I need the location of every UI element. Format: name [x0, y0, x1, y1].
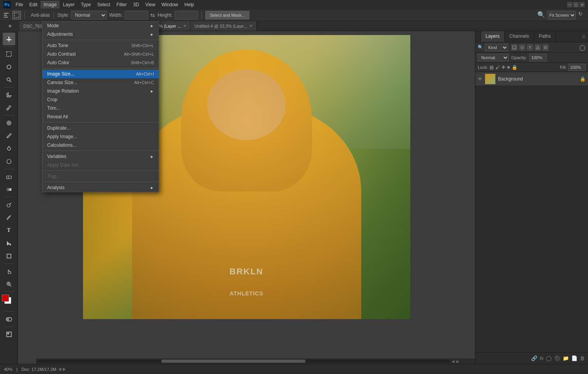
menu-item-mode[interactable]: Mode ► [42, 21, 159, 30]
close-btn[interactable]: ✕ [579, 2, 585, 7]
pen-tool[interactable] [3, 211, 15, 224]
path-selection-tool[interactable] [3, 237, 15, 249]
scrollbar-thumb-h[interactable] [161, 360, 306, 363]
add-mask-icon[interactable]: ◯ [546, 355, 552, 361]
new-group-icon[interactable]: 📁 [563, 355, 569, 361]
view-select[interactable]: Fit Screen [547, 11, 576, 19]
tab-layers[interactable]: Layers [481, 31, 505, 42]
menu-item-image-rotation[interactable]: Image Rotation ► [42, 87, 159, 95]
status-nav-next[interactable]: ▶ [63, 367, 66, 372]
lock-image-icon[interactable]: 🖌 [495, 65, 500, 70]
tab-3-close[interactable]: ✕ [249, 24, 253, 28]
filter-smart-icon[interactable] [542, 44, 549, 51]
menu-item-apply-image[interactable]: Apply Image... [42, 132, 159, 141]
menu-image[interactable]: Image [41, 1, 60, 9]
menu-item-auto-contrast[interactable]: Auto Contrast Alt+Shift+Ctrl+L [42, 50, 159, 58]
layers-filter-toggle[interactable]: ◯ [579, 44, 586, 51]
crop-tool[interactable] [3, 89, 15, 101]
history-brush-tool[interactable] [3, 155, 15, 168]
blend-mode-select[interactable]: Normal Dissolve Multiply Screen Overlay [478, 54, 509, 61]
doc-info-container[interactable]: Doc: 17.2M/17.2M ◀ ▶ [21, 367, 66, 372]
menu-item-duplicate[interactable]: Duplicate... [42, 124, 159, 132]
new-layer-icon[interactable]: 📄 [571, 355, 577, 361]
canvas-scrollbar-h[interactable]: ◀ ▶ [36, 358, 475, 364]
fg-color-swatch[interactable] [2, 295, 9, 302]
tab-3[interactable]: Untitled-4 @ 33,3% (Laye... ✕ [191, 21, 257, 31]
lasso-tool[interactable] [3, 61, 15, 73]
menu-layer[interactable]: Layer [60, 1, 78, 9]
tab-paths[interactable]: Paths [534, 31, 556, 42]
opacity-input[interactable] [529, 54, 547, 61]
link-layers-icon[interactable]: 🔗 [531, 355, 537, 361]
filter-pixel-icon[interactable] [511, 44, 517, 51]
lock-artboard-icon[interactable]: ■ [507, 65, 510, 70]
menu-help[interactable]: Help [181, 1, 197, 9]
tab-channels[interactable]: Channels [505, 31, 534, 42]
text-tool[interactable]: T [3, 224, 15, 237]
tab-2-close[interactable]: ✕ [183, 24, 186, 28]
marquee-tool[interactable] [3, 48, 15, 60]
fx-icon[interactable]: fx [540, 355, 544, 361]
filter-type-icon[interactable]: T [527, 44, 533, 51]
menu-item-auto-color[interactable]: Auto Color Shift+Ctrl+B [42, 58, 159, 67]
scroll-left-btn[interactable]: ◀ [452, 359, 455, 363]
quick-select-tool[interactable] [3, 74, 15, 86]
color-swatches[interactable] [2, 295, 16, 309]
menu-edit[interactable]: Edit [26, 1, 41, 9]
new-doc-icon[interactable]: ✚ [8, 24, 12, 29]
scroll-right-btn[interactable]: ▶ [456, 359, 459, 363]
clone-stamp-tool[interactable] [3, 142, 15, 155]
menu-item-adjustments[interactable]: Adjustments ► [42, 30, 159, 39]
menu-3d[interactable]: 3D [130, 1, 142, 9]
shape-tool[interactable] [3, 250, 15, 262]
delete-layer-icon[interactable]: 🗑 [580, 355, 585, 361]
zoom-out-icon[interactable]: 🔍 [537, 11, 545, 19]
spot-heal-tool[interactable] [3, 117, 15, 129]
panel-menu-icon[interactable]: ☰ [582, 34, 586, 39]
layer-visibility-icon[interactable]: 👁 [478, 76, 482, 82]
menu-item-image-size[interactable]: Image Size... Alt+Ctrl+I [42, 70, 159, 78]
menu-item-trim[interactable]: Trim... [42, 104, 159, 112]
screen-mode-btn[interactable] [3, 328, 15, 341]
menu-view[interactable]: View [142, 1, 159, 9]
minimize-btn[interactable]: ─ [567, 2, 572, 7]
eyedropper-tool[interactable] [3, 102, 15, 114]
lock-all-icon[interactable]: 🔒 [512, 65, 517, 70]
gradient-tool[interactable] [3, 183, 15, 196]
restore-btn[interactable]: ◻ [573, 2, 579, 7]
status-nav-prev[interactable]: ◀ [58, 367, 61, 372]
hand-tool[interactable] [3, 265, 15, 277]
move-tool[interactable] [3, 33, 15, 45]
menu-type[interactable]: Type [78, 1, 94, 9]
menu-file[interactable]: File [12, 1, 26, 9]
lock-transparent-icon[interactable]: ▩ [489, 65, 494, 70]
fill-input[interactable] [568, 64, 586, 71]
quick-mask-btn[interactable] [3, 313, 15, 325]
select-mask-button[interactable]: Select and Mask... [205, 11, 249, 19]
lock-position-icon[interactable]: ✚ [501, 65, 505, 70]
menu-item-auto-tone[interactable]: Auto Tone Shift+Ctrl+L [42, 41, 159, 50]
style-select[interactable]: Normal Fixed Ratio Fixed Size [71, 11, 107, 19]
menu-item-calculations[interactable]: Calculations... [42, 141, 159, 149]
menu-select[interactable]: Select [94, 1, 113, 9]
menu-item-variables[interactable]: Variables ► [42, 152, 159, 161]
layers-kind-select[interactable]: Kind Name Effect [485, 44, 508, 51]
menu-item-reveal-all[interactable]: Reveal All [42, 112, 159, 121]
filter-shape-icon[interactable] [535, 44, 541, 51]
menu-item-analysis[interactable]: Analysis ► [42, 183, 159, 192]
menu-item-canvas-size[interactable]: Canvas Size... Alt+Ctrl+C [42, 78, 159, 87]
menu-filter[interactable]: Filter [113, 1, 130, 9]
height-input[interactable] [175, 11, 198, 19]
brush-tool[interactable] [3, 130, 15, 142]
rotate-view-icon[interactable]: ↻ [578, 11, 583, 19]
width-input[interactable] [125, 11, 148, 19]
eraser-tool[interactable] [3, 170, 15, 183]
swap-dimensions-icon[interactable]: ⇆ [150, 12, 155, 18]
menu-item-crop[interactable]: Crop [42, 95, 159, 104]
menu-window[interactable]: Window [159, 1, 182, 9]
zoom-tool[interactable] [3, 278, 15, 290]
filter-adjustment-icon[interactable] [519, 44, 525, 51]
adjustment-layer-icon[interactable]: ⚫ [554, 355, 560, 361]
layer-item-background[interactable]: 👁 Background 🔒 [475, 72, 588, 86]
dodge-tool[interactable] [3, 198, 15, 211]
